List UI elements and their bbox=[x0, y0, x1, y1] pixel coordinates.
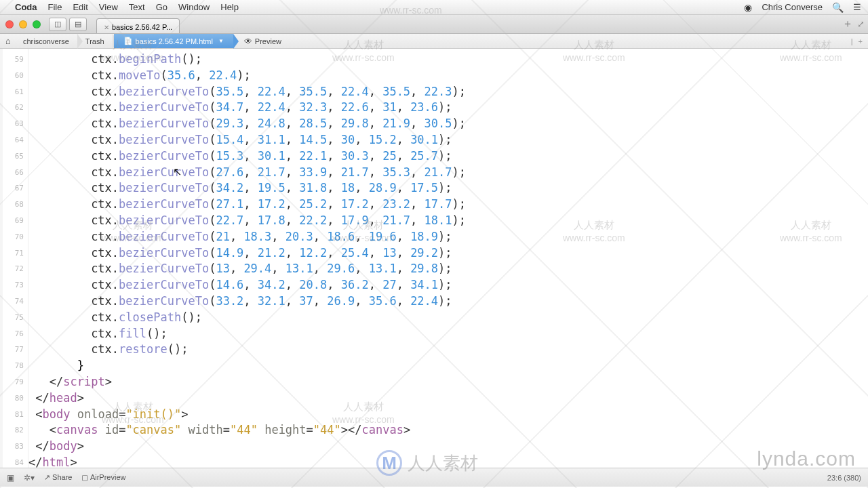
path-divider-icon: | bbox=[851, 37, 853, 45]
line-number-gutter: 5960616263646566676869707172737475767778… bbox=[3, 49, 28, 468]
menu-edit[interactable]: Edit bbox=[73, 2, 87, 12]
sidebar-toggle-button[interactable]: ◫ bbox=[49, 18, 66, 31]
editor-tab[interactable]: ✕ basics 2.56.42 P... bbox=[96, 18, 180, 33]
expand-icon[interactable]: ⤢ bbox=[857, 19, 863, 29]
breadcrumb-user[interactable]: chrisconverse bbox=[16, 34, 79, 48]
lynda-watermark: lynda.com bbox=[757, 447, 856, 470]
new-tab-icon[interactable]: ＋ bbox=[842, 17, 853, 31]
breadcrumb-trash[interactable]: Trash bbox=[79, 34, 114, 48]
menu-help[interactable]: Help bbox=[220, 2, 239, 12]
eye-icon: 👁 bbox=[244, 37, 252, 46]
zoom-window-button[interactable] bbox=[33, 20, 41, 28]
preview-button[interactable]: 👁 Preview bbox=[244, 37, 281, 46]
file-icon: 📄 bbox=[123, 37, 133, 45]
cursor-position: 23:6 (380) bbox=[827, 474, 861, 482]
add-pane-icon[interactable]: + bbox=[859, 37, 863, 45]
macos-menubar: Coda File Edit View Text Go Window Help … bbox=[0, 0, 868, 15]
terminal-icon[interactable]: ▣ bbox=[7, 473, 14, 483]
breadcrumb-current-file[interactable]: 📄 basics 2.56.42 PM.html ▼ bbox=[114, 34, 233, 48]
status-bar: ▣ ✲▾ ↗ Share ▢ AirPreview 23:6 (380) bbox=[0, 468, 868, 487]
chevron-down-icon: ▼ bbox=[218, 38, 224, 44]
tab-close-icon[interactable]: ✕ bbox=[104, 24, 109, 31]
notification-center-icon[interactable]: ☰ bbox=[853, 2, 861, 12]
airpreview-button[interactable]: ▢ AirPreview bbox=[81, 473, 125, 482]
window-titlebar: ◫ ▤ ✕ basics 2.56.42 P... ＋ ⤢ bbox=[0, 15, 868, 34]
menu-view[interactable]: View bbox=[99, 2, 118, 12]
user-name[interactable]: Chris Converse bbox=[762, 2, 823, 12]
close-window-button[interactable] bbox=[5, 20, 14, 28]
view-mode-button[interactable]: ▤ bbox=[69, 18, 87, 31]
menu-text[interactable]: Text bbox=[129, 2, 145, 12]
app-name[interactable]: Coda bbox=[15, 2, 37, 12]
menu-window[interactable]: Window bbox=[178, 2, 210, 12]
tab-label: basics 2.56.42 P... bbox=[112, 23, 172, 31]
menu-go[interactable]: Go bbox=[156, 2, 167, 12]
home-icon[interactable]: ⌂ bbox=[0, 36, 16, 46]
path-bar: ⌂ chrisconverse Trash 📄 basics 2.56.42 P… bbox=[0, 34, 868, 49]
spotlight-icon[interactable]: 🔍 bbox=[832, 2, 844, 13]
minimize-window-button[interactable] bbox=[19, 20, 27, 28]
share-button[interactable]: ↗ Share bbox=[44, 473, 72, 482]
gear-icon[interactable]: ✲▾ bbox=[24, 473, 35, 483]
menu-file[interactable]: File bbox=[48, 2, 62, 12]
code-content[interactable]: ctx.beginPath(); ctx.moveTo(35.6, 22.4);… bbox=[28, 49, 868, 468]
creative-cloud-icon[interactable]: ◉ bbox=[744, 2, 752, 13]
code-editor[interactable]: 5960616263646566676869707172737475767778… bbox=[0, 49, 868, 468]
